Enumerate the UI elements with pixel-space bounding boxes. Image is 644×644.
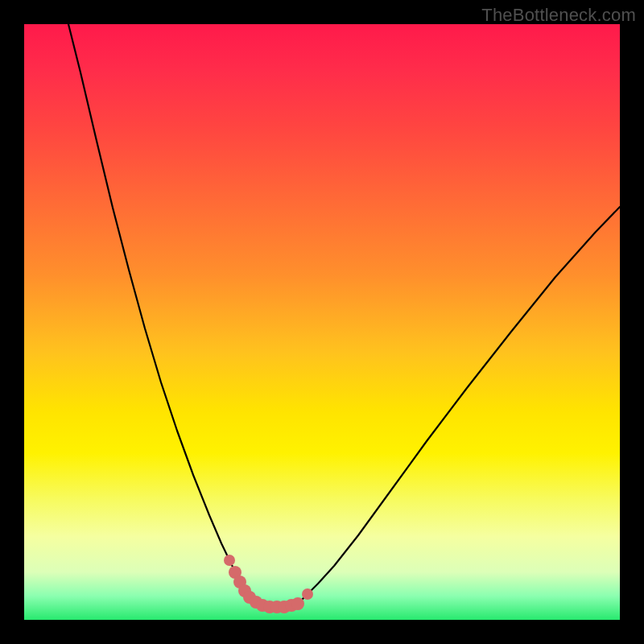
- chart-svg: [24, 24, 620, 620]
- curve-path: [298, 207, 620, 604]
- data-marker: [224, 555, 235, 566]
- plot-area: [24, 24, 620, 620]
- data-marker: [291, 597, 304, 610]
- data-marker: [302, 588, 313, 600]
- curve-path: [68, 24, 259, 605]
- watermark-text: TheBottleneck.com: [481, 5, 636, 26]
- chart-frame: TheBottleneck.com: [0, 0, 644, 644]
